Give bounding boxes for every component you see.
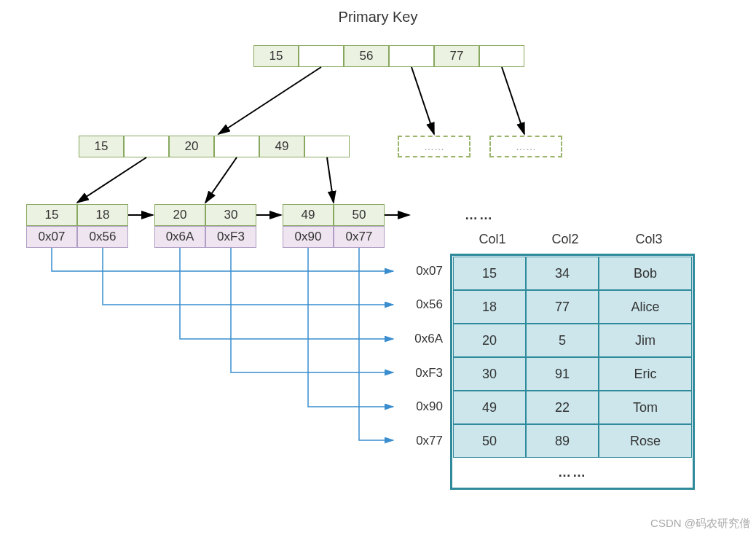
root-ptr-0 (299, 45, 344, 67)
rowaddr-4: 0x90 (399, 399, 443, 414)
internal-key-0: 15 (79, 136, 124, 157)
cell-r3c2: Eric (599, 357, 692, 391)
leaf-ellipsis: …… (465, 208, 494, 223)
rowaddr-0: 0x07 (399, 264, 443, 278)
cell-r2c0: 20 (453, 324, 526, 357)
internal-ptr-1 (214, 136, 259, 157)
svg-line-2 (502, 67, 524, 134)
cell-r5c0: 50 (453, 424, 526, 458)
svg-line-5 (327, 157, 334, 203)
internal-key-2: 49 (259, 136, 304, 157)
svg-line-1 (412, 67, 434, 134)
cell-r1c0: 18 (453, 290, 526, 324)
cell-r5c1: 89 (526, 424, 599, 458)
svg-line-4 (205, 157, 237, 203)
leaf2-key-0: 49 (283, 204, 334, 226)
leaf0-key-1: 18 (77, 204, 128, 226)
internal-key-1: 20 (169, 136, 214, 157)
rowaddr-3: 0xF3 (399, 366, 443, 380)
leaf2-addr-0: 0x90 (283, 226, 334, 248)
leaf2-addr-1: 0x77 (334, 226, 385, 248)
root-key-0: 15 (253, 45, 299, 67)
leaf1-addr-0: 0x6A (154, 226, 205, 248)
leaf1-addr-1: 0xF3 (205, 226, 256, 248)
internal-placeholder-1: …… (398, 136, 470, 157)
cell-r0c0: 15 (453, 257, 526, 290)
table-col-1: Col2 (536, 232, 594, 247)
svg-line-3 (77, 157, 146, 203)
root-key-2: 77 (434, 45, 479, 67)
diagram-title: Primary Key (0, 9, 756, 26)
cell-r3c0: 30 (453, 357, 526, 391)
rowaddr-5: 0x77 (399, 434, 443, 448)
root-ptr-2 (479, 45, 524, 67)
root-ptr-1 (389, 45, 434, 67)
cell-r3c1: 91 (526, 357, 599, 391)
leaf0-addr-0: 0x07 (26, 226, 77, 248)
watermark: CSDN @码农研究僧 (650, 517, 750, 531)
leaf0-key-0: 15 (26, 204, 77, 226)
cell-r0c2: Bob (599, 257, 692, 290)
cell-r2c1: 5 (526, 324, 599, 357)
internal-placeholder-2: …… (489, 136, 562, 157)
table-col-2: Col3 (609, 232, 689, 247)
cell-r5c2: Rose (599, 424, 692, 458)
cell-r1c1: 77 (526, 290, 599, 324)
rowaddr-1: 0x56 (399, 297, 443, 312)
leaf1-key-1: 30 (205, 204, 256, 226)
table-ellipsis: …… (450, 458, 695, 490)
cell-r4c1: 22 (526, 391, 599, 424)
rowaddr-2: 0x6A (399, 332, 443, 346)
leaf0-addr-1: 0x56 (77, 226, 128, 248)
cell-r2c2: Jim (599, 324, 692, 357)
root-key-1: 56 (344, 45, 389, 67)
cell-r0c1: 34 (526, 257, 599, 290)
internal-ptr-0 (124, 136, 169, 157)
svg-line-0 (218, 67, 321, 134)
leaf1-key-0: 20 (154, 204, 205, 226)
cell-r4c0: 49 (453, 391, 526, 424)
cell-r4c2: Tom (599, 391, 692, 424)
leaf2-key-1: 50 (334, 204, 385, 226)
internal-ptr-2 (304, 136, 350, 157)
cell-r1c2: Alice (599, 290, 692, 324)
table-col-0: Col1 (463, 232, 521, 247)
